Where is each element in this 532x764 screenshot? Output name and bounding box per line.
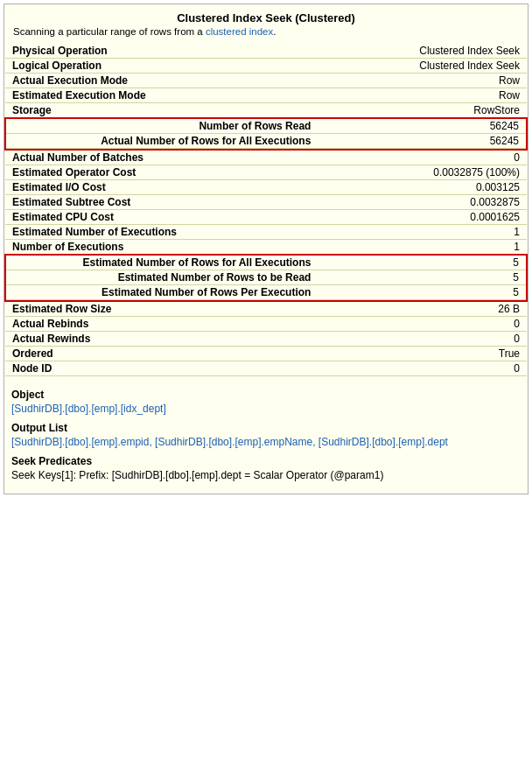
- property-label: Estimated Operator Cost: [5, 165, 318, 180]
- property-value: Clustered Index Seek: [318, 59, 527, 74]
- property-label: Storage: [5, 103, 318, 119]
- property-label: Estimated CPU Cost: [5, 210, 318, 225]
- property-value: 1: [318, 225, 527, 240]
- table-row: Estimated Execution ModeRow: [5, 88, 527, 103]
- property-label: Estimated Number of Executions: [5, 225, 318, 240]
- property-value: Row: [318, 74, 527, 88]
- property-label: Actual Number of Rows for All Executions: [6, 134, 318, 149]
- property-label: Actual Number of Batches: [5, 150, 318, 165]
- table-row: Number of Rows Read56245Actual Number of…: [5, 118, 527, 150]
- table-row: Number of Executions1: [5, 240, 527, 256]
- property-label: Estimated Number of Rows Per Execution: [6, 285, 318, 300]
- property-label: Number of Executions: [5, 240, 318, 256]
- subtitle-end: .: [273, 26, 276, 37]
- table-row: Estimated Row Size26 B: [5, 301, 527, 317]
- property-label: Estimated Number of Rows to be Read: [6, 270, 318, 285]
- property-value: Row: [318, 88, 527, 103]
- panel-subtitle: Scanning a particular range of rows from…: [13, 26, 519, 37]
- property-label: Estimated I/O Cost: [5, 180, 318, 195]
- table-row: Estimated CPU Cost0.0001625: [5, 210, 527, 225]
- property-value: True: [318, 347, 527, 361]
- property-label: Estimated Execution Mode: [5, 88, 318, 103]
- property-value: 1: [318, 240, 527, 256]
- property-value: 56245: [318, 119, 526, 134]
- table-row: Estimated Number of Rows for All Executi…: [6, 256, 526, 270]
- property-value: 0: [318, 317, 527, 332]
- subtitle-link[interactable]: clustered index: [206, 26, 273, 37]
- property-label: Logical Operation: [5, 59, 318, 74]
- seek-value: Seek Keys[1]: Prefix: [SudhirDB].[dbo].[…: [4, 469, 528, 485]
- table-row: Estimated I/O Cost0.003125: [5, 180, 527, 195]
- property-label: Number of Rows Read: [6, 119, 318, 134]
- properties-table: Physical OperationClustered Index SeekLo…: [4, 44, 528, 376]
- output-label: Output List: [4, 418, 528, 436]
- property-value: 0.0032875 (100%): [318, 165, 527, 180]
- property-value: 0: [318, 361, 527, 376]
- property-label: Estimated Row Size: [5, 301, 318, 317]
- table-row: Actual Execution ModeRow: [5, 74, 527, 88]
- table-row: Physical OperationClustered Index Seek: [5, 44, 527, 59]
- property-value: 5: [318, 270, 526, 285]
- table-row: Estimated Number of Rows to be Read5: [6, 270, 526, 285]
- property-value: 0: [318, 332, 527, 347]
- property-label: Estimated Number of Rows for All Executi…: [6, 256, 318, 270]
- panel-title: Clustered Index Seek (Clustered): [13, 11, 519, 25]
- table-row: OrderedTrue: [5, 347, 527, 361]
- property-label: Actual Rebinds: [5, 317, 318, 332]
- title-area: Clustered Index Seek (Clustered) Scannin…: [4, 4, 528, 40]
- property-value: 0: [318, 150, 527, 165]
- output-value: [SudhirDB].[dbo].[emp].empid, [SudhirDB]…: [4, 436, 528, 452]
- table-row: Node ID0: [5, 361, 527, 376]
- table-row: Actual Rewinds0: [5, 332, 527, 347]
- property-value: 56245: [318, 134, 526, 149]
- property-value: RowStore: [318, 103, 527, 119]
- table-row: Actual Number of Batches0: [5, 150, 527, 165]
- table-row: Logical OperationClustered Index Seek: [5, 59, 527, 74]
- property-value: 0.003125: [318, 180, 527, 195]
- table-row: Estimated Number of Rows for All Executi…: [5, 255, 527, 301]
- property-value: 5: [318, 285, 526, 300]
- property-value: 0.0032875: [318, 195, 527, 210]
- property-label: Actual Execution Mode: [5, 74, 318, 88]
- table-row: Estimated Operator Cost0.0032875 (100%): [5, 165, 527, 180]
- seek-label: Seek Predicates: [4, 452, 528, 469]
- property-label: Estimated Subtree Cost: [5, 195, 318, 210]
- property-value: Clustered Index Seek: [318, 44, 527, 59]
- property-label: Node ID: [5, 361, 318, 376]
- object-value: [SudhirDB].[dbo].[emp].[idx_dept]: [4, 403, 528, 418]
- property-value: 26 B: [318, 301, 527, 317]
- table-row: Actual Number of Rows for All Executions…: [6, 134, 526, 149]
- table-row: Estimated Subtree Cost0.0032875: [5, 195, 527, 210]
- table-row: Estimated Number of Executions1: [5, 225, 527, 240]
- property-label: Physical Operation: [5, 44, 318, 59]
- property-label: Actual Rewinds: [5, 332, 318, 347]
- property-label: Ordered: [5, 347, 318, 361]
- table-row: Number of Rows Read56245: [6, 119, 526, 134]
- table-row: Estimated Number of Rows Per Execution5: [6, 285, 526, 300]
- subtitle-text: Scanning a particular range of rows from…: [13, 26, 203, 37]
- object-label: Object: [4, 385, 528, 403]
- main-panel: Clustered Index Seek (Clustered) Scannin…: [4, 4, 528, 494]
- property-value: 0.0001625: [318, 210, 527, 225]
- property-value: 5: [318, 256, 526, 270]
- table-row: StorageRowStore: [5, 103, 527, 119]
- table-row: Actual Rebinds0: [5, 317, 527, 332]
